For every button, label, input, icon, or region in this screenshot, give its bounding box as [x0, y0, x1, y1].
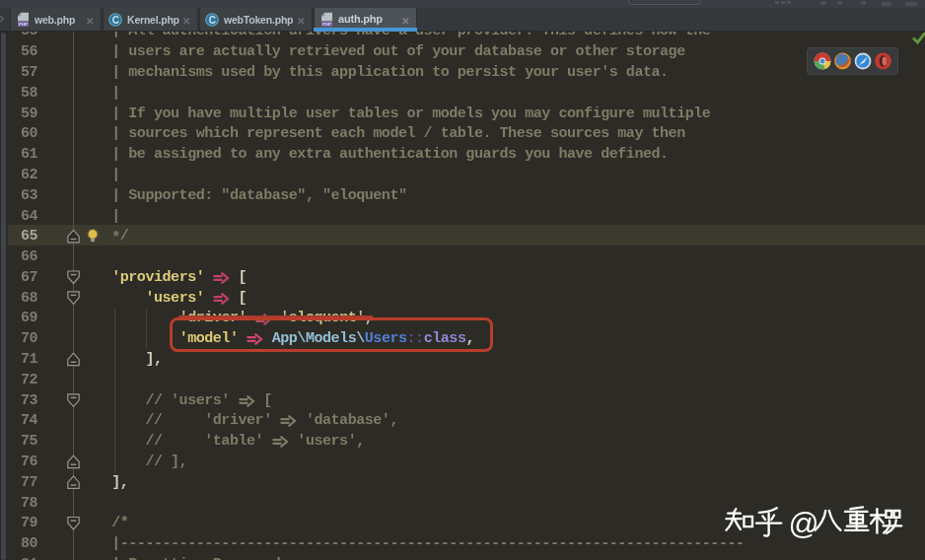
svg-text:C: C	[209, 15, 216, 26]
svg-text:C: C	[112, 15, 119, 26]
svg-text:PHP: PHP	[19, 22, 28, 27]
svg-text:PHP: PHP	[322, 22, 331, 27]
svg-text:@: @	[788, 507, 818, 540]
